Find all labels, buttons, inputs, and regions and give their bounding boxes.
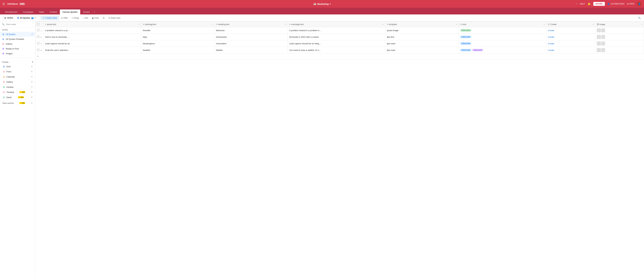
cell-message-2[interactable]: Dominate in 2022 with a custom: [288, 34, 385, 40]
col-size-dropdown[interactable]: ▾: [544, 24, 544, 25]
col-header-message[interactable]: A message:text ▾: [288, 22, 385, 27]
col-header-create[interactable]: ⊡ Create ▾: [546, 22, 595, 27]
cell-hashtag-2[interactable]: #tips: [141, 34, 214, 40]
create-item-calendar[interactable]: ⊟ Calendar +: [2, 74, 33, 79]
create-item-form[interactable]: ⊡ Form +: [2, 69, 33, 74]
cell-size-4[interactable]: 1080x1080 1080x1920: [458, 47, 546, 54]
cell-hashtag-4[interactable]: #waitlist: [141, 47, 214, 54]
share-button[interactable]: SHARE: [593, 2, 605, 6]
col-message-dropdown[interactable]: ▾: [383, 24, 384, 25]
col-create-dropdown[interactable]: ▾: [593, 24, 594, 25]
create-item-gantt[interactable]: ⊟ Gantt ⚡ Pro +: [2, 95, 33, 100]
cell-quote-4[interactable]: Grab the user's attention...: [44, 47, 141, 54]
select-all-checkbox[interactable]: [37, 23, 39, 25]
col-hashtag-dropdown[interactable]: ▾: [212, 24, 212, 25]
col-heading-dropdown[interactable]: ▾: [285, 24, 286, 25]
create-item-timeline[interactable]: ⊡ Timeline ⚡ Pro +: [2, 90, 33, 95]
cell-quote-2[interactable]: Here's how to dominate ...: [44, 34, 141, 40]
cell-create-1[interactable]: Create: [546, 27, 595, 34]
cell-image-2[interactable]: [595, 34, 644, 40]
cell-heading-3[interactable]: Automation: [214, 40, 288, 47]
col-header-hashtag[interactable]: A hashtag:text ▾: [141, 22, 214, 27]
row-checkbox-1[interactable]: [37, 29, 39, 31]
col-header-image[interactable]: 🖼 image ▾: [595, 22, 644, 27]
cell-template-2[interactable]: tips-first: [385, 34, 458, 40]
col-header-heading[interactable]: A heading:text ▾: [214, 22, 288, 27]
create-timeline-add[interactable]: +: [31, 91, 32, 94]
cell-size-2[interactable]: 1080x1920: [458, 34, 546, 40]
create-calendar-add[interactable]: +: [31, 75, 32, 78]
create-link-3[interactable]: Create: [548, 42, 554, 45]
cell-message-4[interactable]: You need to have a waitlist, it's v...: [288, 47, 385, 54]
cell-create-2[interactable]: Create: [546, 34, 595, 40]
col-header-size[interactable]: ⊟ size ▾: [458, 22, 546, 27]
cell-heading-2[interactable]: Introduction: [214, 34, 288, 40]
col-image-dropdown[interactable]: ▾: [642, 24, 642, 25]
cell-message-3[interactable]: Lead capture should be an integ...: [288, 40, 385, 47]
tab-development[interactable]: Development: [2, 10, 20, 14]
filter-button[interactable]: ⊡ Filter: [60, 16, 70, 20]
share-view-button[interactable]: ⊡ Share view: [107, 16, 122, 20]
cell-quote-3[interactable]: Lead capture should be an: [44, 40, 141, 47]
create-form-add[interactable]: +: [31, 70, 32, 73]
tab-add-button[interactable]: +: [93, 10, 96, 14]
cell-image-3[interactable]: [595, 40, 644, 47]
create-item-kanban[interactable]: ⊞ Kanban +: [2, 84, 33, 90]
sidebar-item-all-quotes-postable[interactable]: ⊞ All Quotes Postable: [0, 36, 35, 42]
create-header[interactable]: Create... ▾: [2, 60, 33, 64]
automations-button[interactable]: 👤 AUTOMATIONS: [608, 3, 624, 5]
col-template-dropdown[interactable]: ▾: [456, 24, 457, 25]
cell-create-4[interactable]: Create: [546, 47, 595, 54]
create-link-1[interactable]: Create: [548, 29, 554, 32]
sidebar-item-all-quotes[interactable]: ⊞ All Quotes ✓: [0, 32, 35, 36]
cell-template-4[interactable]: tips-main: [385, 47, 458, 54]
sidebar-item-gallery[interactable]: ⊟ Gallery: [0, 42, 35, 46]
tab-canvas-quotes[interactable]: Canvas Quotes: [60, 10, 80, 14]
tab-content[interactable]: Content: [47, 10, 60, 14]
cell-hashtag-1[interactable]: #lovelife: [141, 27, 214, 34]
notification-icon[interactable]: 🔔: [588, 2, 591, 6]
col-header-template[interactable]: A template ▾: [385, 22, 458, 27]
col-quote-dropdown[interactable]: ▾: [138, 24, 140, 25]
tab-campaigns[interactable]: Campaigns: [20, 10, 36, 14]
row-checkbox-3[interactable]: [37, 42, 39, 44]
cell-image-1[interactable]: [595, 27, 644, 34]
create-gantt-add[interactable]: +: [31, 96, 32, 99]
tab-quotes[interactable]: Quotes: [80, 10, 92, 14]
sidebar-item-images[interactable]: ⊞ Images: [0, 51, 35, 56]
cell-size-3[interactable]: 1080x1080: [458, 40, 546, 47]
help-text[interactable]: HELP: [580, 3, 585, 5]
title-dropdown-icon[interactable]: ▾: [330, 3, 331, 5]
sort-button[interactable]: ↕ Sort: [81, 16, 90, 20]
cell-quote-1[interactable]: A problem shared is a pr...: [44, 27, 141, 34]
user-avatar[interactable]: 👤: [637, 2, 642, 6]
cell-size-1[interactable]: 3000x3000: [458, 27, 546, 34]
cell-template-1[interactable]: quote-image: [385, 27, 458, 34]
create-link-4[interactable]: Create: [548, 49, 554, 51]
row-checkbox-2[interactable]: [37, 36, 39, 38]
cell-heading-4[interactable]: Waitlist: [214, 47, 288, 54]
all-quotes-button[interactable]: ⊞ All Quotes 👥 ▾: [16, 16, 37, 20]
cell-create-3[interactable]: Create: [546, 40, 595, 47]
add-row-button[interactable]: +: [35, 54, 644, 60]
create-link-2[interactable]: Create: [548, 36, 554, 38]
tab-tasks[interactable]: Tasks: [36, 10, 47, 14]
new-section-add[interactable]: +: [31, 102, 32, 104]
col-header-quote[interactable]: ≡ quote:text ▾: [44, 22, 141, 27]
search-button[interactable]: 🔍: [637, 16, 642, 20]
all-quotes-dropdown[interactable]: ▾: [35, 17, 36, 19]
new-section-item[interactable]: New section ⚡ Pro +: [2, 100, 33, 106]
views-button[interactable]: ⊞ VIEWS: [2, 16, 15, 20]
cell-image-4[interactable]: [595, 47, 644, 54]
create-grid-add[interactable]: +: [31, 65, 32, 68]
create-gallery-add[interactable]: +: [31, 80, 32, 83]
apps-button[interactable]: ⊞ APPS: [627, 3, 634, 5]
hidden-fields-button[interactable]: ⊙ 4 hidden fields: [40, 16, 59, 20]
cell-message-1[interactable]: A problem shared in a problem h...: [288, 27, 385, 34]
cell-template-3[interactable]: tips-main: [385, 40, 458, 47]
density-button[interactable]: ☰: [101, 16, 106, 20]
sidebar-search-input[interactable]: [6, 23, 32, 26]
group-button[interactable]: ≡ Group: [70, 16, 80, 20]
cell-hashtag-3[interactable]: #leadcapture: [141, 40, 214, 47]
create-item-grid[interactable]: ⊞ Grid +: [2, 64, 33, 69]
